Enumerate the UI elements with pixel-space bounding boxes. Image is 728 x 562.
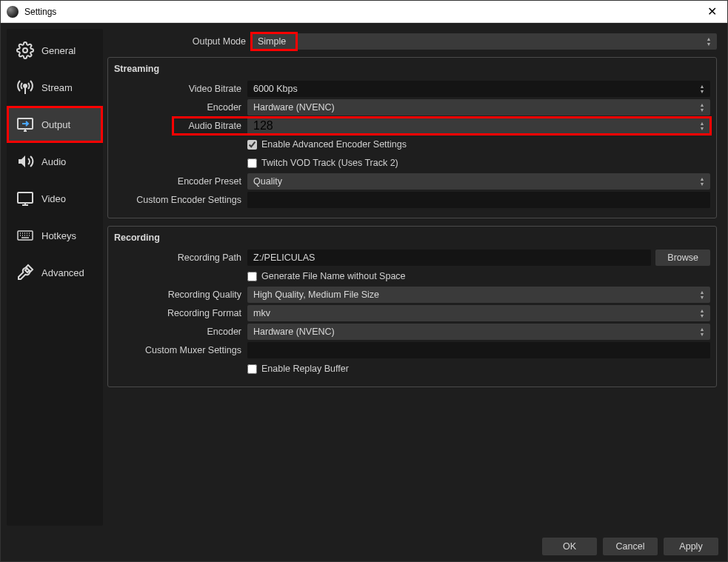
custom-encoder-input[interactable] bbox=[247, 192, 710, 208]
spinner-icon[interactable]: ▲▼ bbox=[697, 81, 707, 97]
sidebar: General Stream Output bbox=[7, 29, 103, 526]
titlebar: Settings ✕ bbox=[1, 1, 727, 23]
antenna-icon bbox=[16, 78, 34, 96]
chevron-updown-icon: ▲▼ bbox=[697, 287, 707, 303]
chevron-updown-icon: ▲▼ bbox=[697, 99, 707, 116]
sidebar-item-label: Video bbox=[41, 193, 66, 204]
sidebar-item-stream[interactable]: Stream bbox=[7, 69, 103, 106]
recording-path-label: Recording Path bbox=[114, 252, 247, 263]
streaming-legend: Streaming bbox=[114, 62, 710, 78]
output-mode-value: Simple bbox=[258, 36, 286, 47]
browse-button[interactable]: Browse bbox=[655, 250, 710, 266]
recording-quality-dropdown[interactable]: High Quality, Medium File Size ▲▼ bbox=[247, 287, 710, 303]
streaming-encoder-dropdown[interactable]: Hardware (NVENC) ▲▼ bbox=[247, 99, 710, 116]
chevron-updown-icon: ▲▼ bbox=[697, 305, 707, 321]
sidebar-item-video[interactable]: Video bbox=[7, 180, 103, 217]
close-icon[interactable]: ✕ bbox=[703, 4, 721, 19]
streaming-group: Streaming Video Bitrate 6000 Kbps ▲▼ Enc… bbox=[107, 57, 717, 218]
dialog-footer: OK Cancel Apply bbox=[1, 532, 727, 561]
svg-point-0 bbox=[23, 48, 27, 53]
window-body: General Stream Output bbox=[1, 23, 727, 561]
sidebar-item-label: Audio bbox=[41, 156, 66, 167]
encoder-preset-dropdown[interactable]: Quality ▲▼ bbox=[247, 173, 710, 190]
video-bitrate-input[interactable]: 6000 Kbps ▲▼ bbox=[247, 81, 710, 97]
generate-filename-checkbox[interactable]: Generate File Name without Space bbox=[247, 271, 406, 281]
recording-encoder-dropdown[interactable]: Hardware (NVENC) ▲▼ bbox=[247, 324, 710, 340]
output-mode-row: Output Mode Simple ▲▼ bbox=[107, 29, 717, 57]
audio-bitrate-value: 128 bbox=[253, 119, 273, 133]
video-bitrate-label: Video Bitrate bbox=[114, 84, 247, 94]
content-pane: Output Mode Simple ▲▼ Streaming Video Bi… bbox=[107, 29, 721, 526]
app-logo-icon bbox=[7, 6, 19, 18]
recording-quality-label: Recording Quality bbox=[114, 290, 247, 300]
encoder-preset-label: Encoder Preset bbox=[114, 176, 247, 187]
gear-icon bbox=[16, 41, 34, 59]
custom-muxer-input[interactable] bbox=[247, 342, 710, 358]
apply-button[interactable]: Apply bbox=[664, 538, 718, 555]
replay-buffer-checkbox[interactable]: Enable Replay Buffer bbox=[247, 364, 349, 374]
audio-bitrate-label: Audio Bitrate bbox=[173, 121, 247, 131]
recording-format-dropdown[interactable]: mkv ▲▼ bbox=[247, 305, 710, 321]
streaming-encoder-label: Encoder bbox=[114, 102, 247, 113]
recording-group: Recording Recording Path Browse Generate… bbox=[107, 226, 717, 387]
sidebar-item-label: General bbox=[41, 45, 76, 56]
monitor-icon bbox=[16, 190, 34, 207]
recording-legend: Recording bbox=[114, 231, 710, 247]
custom-encoder-label: Custom Encoder Settings bbox=[114, 195, 247, 205]
output-icon bbox=[16, 116, 34, 133]
recording-encoder-label: Encoder bbox=[114, 327, 247, 337]
svg-point-1 bbox=[24, 84, 27, 87]
speaker-icon bbox=[16, 153, 34, 170]
recording-path-input[interactable] bbox=[247, 250, 651, 266]
sidebar-item-audio[interactable]: Audio bbox=[7, 143, 103, 180]
sidebar-item-output[interactable]: Output bbox=[7, 106, 103, 143]
custom-muxer-label: Custom Muxer Settings bbox=[114, 345, 247, 355]
chevron-updown-icon: ▲▼ bbox=[704, 33, 714, 50]
sidebar-item-label: Stream bbox=[41, 82, 73, 93]
twitch-vod-checkbox[interactable]: Twitch VOD Track (Uses Track 2) bbox=[247, 158, 398, 168]
cancel-button[interactable]: Cancel bbox=[603, 538, 658, 555]
window-title: Settings bbox=[24, 7, 703, 17]
sidebar-item-general[interactable]: General bbox=[7, 32, 103, 69]
chevron-updown-icon: ▲▼ bbox=[697, 173, 707, 190]
ok-button[interactable]: OK bbox=[542, 538, 597, 555]
output-mode-dropdown[interactable]: Simple ▲▼ bbox=[252, 33, 717, 50]
output-mode-label: Output Mode bbox=[107, 36, 252, 47]
sidebar-item-label: Output bbox=[41, 119, 70, 130]
keyboard-icon bbox=[16, 227, 34, 244]
sidebar-item-advanced[interactable]: Advanced bbox=[7, 254, 103, 291]
chevron-updown-icon: ▲▼ bbox=[697, 324, 707, 340]
sidebar-item-label: Advanced bbox=[41, 267, 84, 278]
recording-format-label: Recording Format bbox=[114, 308, 247, 318]
settings-window: Settings ✕ General Stream bbox=[0, 0, 728, 562]
sidebar-item-hotkeys[interactable]: Hotkeys bbox=[7, 217, 103, 254]
enable-advanced-checkbox[interactable]: Enable Advanced Encoder Settings bbox=[247, 139, 407, 150]
svg-rect-3 bbox=[18, 193, 33, 203]
tools-icon bbox=[16, 264, 34, 281]
sidebar-item-label: Hotkeys bbox=[41, 230, 76, 241]
